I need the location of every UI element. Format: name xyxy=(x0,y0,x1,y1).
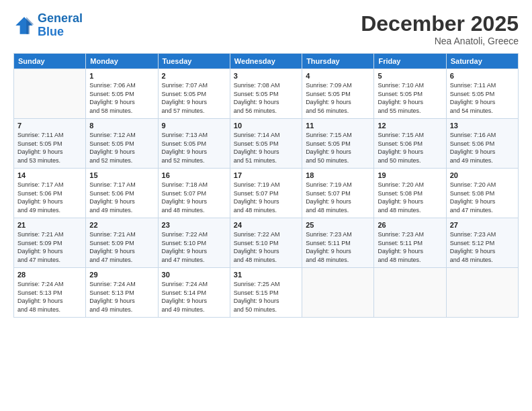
day-cell: 18Sunrise: 7:19 AMSunset: 5:07 PMDayligh… xyxy=(302,169,374,218)
day-cell xyxy=(14,69,86,119)
day-number: 16 xyxy=(162,171,226,179)
page: General Blue December 2025 Nea Anatoli, … xyxy=(0,0,532,411)
day-cell: 30Sunrise: 7:24 AMSunset: 5:14 PMDayligh… xyxy=(158,268,230,318)
day-cell: 2Sunrise: 7:07 AMSunset: 5:05 PMDaylight… xyxy=(158,69,230,119)
day-cell: 3Sunrise: 7:08 AMSunset: 5:05 PMDaylight… xyxy=(230,69,302,119)
day-cell: 15Sunrise: 7:17 AMSunset: 5:06 PMDayligh… xyxy=(86,169,158,218)
week-row-3: 14Sunrise: 7:17 AMSunset: 5:06 PMDayligh… xyxy=(14,169,519,218)
day-number: 14 xyxy=(17,171,82,179)
day-info: Sunrise: 7:10 AMSunset: 5:05 PMDaylight:… xyxy=(378,81,442,115)
day-info: Sunrise: 7:07 AMSunset: 5:05 PMDaylight:… xyxy=(162,81,226,115)
day-info: Sunrise: 7:20 AMSunset: 5:08 PMDaylight:… xyxy=(450,181,515,214)
svg-marker-0 xyxy=(15,17,33,34)
day-cell: 20Sunrise: 7:20 AMSunset: 5:08 PMDayligh… xyxy=(446,169,518,218)
day-number: 5 xyxy=(378,72,442,80)
day-cell: 19Sunrise: 7:20 AMSunset: 5:08 PMDayligh… xyxy=(374,169,446,218)
col-header-tuesday: Tuesday xyxy=(158,54,230,69)
day-number: 19 xyxy=(378,171,442,179)
day-info: Sunrise: 7:14 AMSunset: 5:05 PMDaylight:… xyxy=(234,131,298,165)
header-row: SundayMondayTuesdayWednesdayThursdayFrid… xyxy=(14,54,519,69)
day-cell: 13Sunrise: 7:16 AMSunset: 5:06 PMDayligh… xyxy=(446,119,518,169)
day-cell xyxy=(374,268,446,318)
location: Nea Anatoli, Greece xyxy=(361,36,519,46)
day-number: 26 xyxy=(378,221,442,229)
day-info: Sunrise: 7:13 AMSunset: 5:05 PMDaylight:… xyxy=(162,131,226,165)
day-number: 27 xyxy=(450,221,515,229)
day-cell xyxy=(302,268,374,318)
day-cell: 28Sunrise: 7:24 AMSunset: 5:13 PMDayligh… xyxy=(14,268,86,318)
day-number: 8 xyxy=(89,122,154,130)
week-row-4: 21Sunrise: 7:21 AMSunset: 5:09 PMDayligh… xyxy=(14,218,519,268)
day-cell: 11Sunrise: 7:15 AMSunset: 5:05 PMDayligh… xyxy=(302,119,374,169)
day-info: Sunrise: 7:23 AMSunset: 5:12 PMDaylight:… xyxy=(450,230,515,264)
day-number: 31 xyxy=(234,271,298,279)
day-info: Sunrise: 7:18 AMSunset: 5:07 PMDaylight:… xyxy=(162,181,226,214)
day-cell: 26Sunrise: 7:23 AMSunset: 5:11 PMDayligh… xyxy=(374,218,446,268)
day-info: Sunrise: 7:19 AMSunset: 5:07 PMDaylight:… xyxy=(234,181,298,214)
day-info: Sunrise: 7:25 AMSunset: 5:15 PMDaylight:… xyxy=(234,280,298,314)
day-number: 2 xyxy=(162,72,226,80)
day-cell: 27Sunrise: 7:23 AMSunset: 5:12 PMDayligh… xyxy=(446,218,518,268)
day-cell: 31Sunrise: 7:25 AMSunset: 5:15 PMDayligh… xyxy=(230,268,302,318)
calendar-table: SundayMondayTuesdayWednesdayThursdayFrid… xyxy=(13,53,519,318)
day-info: Sunrise: 7:08 AMSunset: 5:05 PMDaylight:… xyxy=(234,81,298,115)
day-info: Sunrise: 7:23 AMSunset: 5:11 PMDaylight:… xyxy=(378,230,442,264)
logo-text: General Blue xyxy=(38,12,83,39)
day-number: 23 xyxy=(162,221,226,229)
day-number: 22 xyxy=(89,221,154,229)
day-info: Sunrise: 7:09 AMSunset: 5:05 PMDaylight:… xyxy=(306,81,370,115)
col-header-wednesday: Wednesday xyxy=(230,54,302,69)
day-number: 12 xyxy=(378,122,442,130)
day-cell: 10Sunrise: 7:14 AMSunset: 5:05 PMDayligh… xyxy=(230,119,302,169)
day-info: Sunrise: 7:23 AMSunset: 5:11 PMDaylight:… xyxy=(306,230,370,264)
day-number: 6 xyxy=(450,72,515,80)
week-row-2: 7Sunrise: 7:11 AMSunset: 5:05 PMDaylight… xyxy=(14,119,519,169)
day-cell: 8Sunrise: 7:12 AMSunset: 5:05 PMDaylight… xyxy=(86,119,158,169)
day-cell: 17Sunrise: 7:19 AMSunset: 5:07 PMDayligh… xyxy=(230,169,302,218)
col-header-sunday: Sunday xyxy=(14,54,86,69)
day-info: Sunrise: 7:16 AMSunset: 5:06 PMDaylight:… xyxy=(450,131,515,165)
day-number: 4 xyxy=(306,72,370,80)
logo-line1: General xyxy=(38,11,83,25)
day-cell: 29Sunrise: 7:24 AMSunset: 5:13 PMDayligh… xyxy=(86,268,158,318)
day-number: 3 xyxy=(234,72,298,80)
day-number: 11 xyxy=(306,122,370,130)
day-number: 9 xyxy=(162,122,226,130)
day-number: 28 xyxy=(17,271,82,279)
day-info: Sunrise: 7:22 AMSunset: 5:10 PMDaylight:… xyxy=(234,230,298,264)
day-cell: 24Sunrise: 7:22 AMSunset: 5:10 PMDayligh… xyxy=(230,218,302,268)
day-number: 13 xyxy=(450,122,515,130)
day-number: 20 xyxy=(450,171,515,179)
day-cell: 14Sunrise: 7:17 AMSunset: 5:06 PMDayligh… xyxy=(14,169,86,218)
day-info: Sunrise: 7:12 AMSunset: 5:05 PMDaylight:… xyxy=(89,131,154,165)
day-info: Sunrise: 7:11 AMSunset: 5:05 PMDaylight:… xyxy=(450,81,515,115)
col-header-friday: Friday xyxy=(374,54,446,69)
day-info: Sunrise: 7:15 AMSunset: 5:06 PMDaylight:… xyxy=(378,131,442,165)
col-header-saturday: Saturday xyxy=(446,54,518,69)
day-info: Sunrise: 7:20 AMSunset: 5:08 PMDaylight:… xyxy=(378,181,442,214)
day-cell: 1Sunrise: 7:06 AMSunset: 5:05 PMDaylight… xyxy=(86,69,158,119)
col-header-monday: Monday xyxy=(86,54,158,69)
day-number: 18 xyxy=(306,171,370,179)
day-info: Sunrise: 7:15 AMSunset: 5:05 PMDaylight:… xyxy=(306,131,370,165)
day-cell: 6Sunrise: 7:11 AMSunset: 5:05 PMDaylight… xyxy=(446,69,518,119)
day-number: 10 xyxy=(234,122,298,130)
day-info: Sunrise: 7:19 AMSunset: 5:07 PMDaylight:… xyxy=(306,181,370,214)
day-info: Sunrise: 7:17 AMSunset: 5:06 PMDaylight:… xyxy=(17,181,82,214)
logo: General Blue xyxy=(13,12,83,39)
day-info: Sunrise: 7:24 AMSunset: 5:13 PMDaylight:… xyxy=(17,280,82,314)
day-cell: 4Sunrise: 7:09 AMSunset: 5:05 PMDaylight… xyxy=(302,69,374,119)
day-number: 17 xyxy=(234,171,298,179)
month-title: December 2025 xyxy=(361,12,519,36)
day-cell: 16Sunrise: 7:18 AMSunset: 5:07 PMDayligh… xyxy=(158,169,230,218)
day-info: Sunrise: 7:06 AMSunset: 5:05 PMDaylight:… xyxy=(89,81,154,115)
day-info: Sunrise: 7:11 AMSunset: 5:05 PMDaylight:… xyxy=(17,131,82,165)
day-info: Sunrise: 7:22 AMSunset: 5:10 PMDaylight:… xyxy=(162,230,226,264)
logo-line2: Blue xyxy=(38,25,64,38)
day-cell: 25Sunrise: 7:23 AMSunset: 5:11 PMDayligh… xyxy=(302,218,374,268)
col-header-thursday: Thursday xyxy=(302,54,374,69)
day-number: 15 xyxy=(89,171,154,179)
day-cell: 23Sunrise: 7:22 AMSunset: 5:10 PMDayligh… xyxy=(158,218,230,268)
day-info: Sunrise: 7:21 AMSunset: 5:09 PMDaylight:… xyxy=(89,230,154,264)
day-number: 21 xyxy=(17,221,82,229)
